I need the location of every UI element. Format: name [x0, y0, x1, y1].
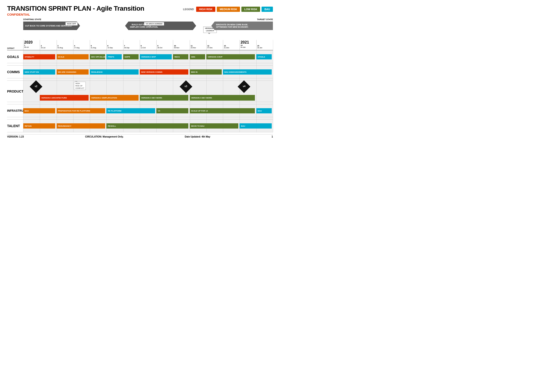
year-2021: 2021 [240, 40, 255, 44]
bar-infra-re: RE PLATFORM [106, 108, 155, 113]
comms-label: COMMS [7, 70, 20, 74]
sprint-header-row: 2020 1 06-Jul 2 20-Jul 3 03-Aug 4 17-A [23, 40, 273, 50]
bar-bed-in: BED IN [190, 69, 222, 75]
comms-row: NEW STUFF ENWE ARE CHANGINGRESILIENCENEW… [23, 66, 273, 78]
page-wrapper: TRANSITION SPRINT PLAN - Agile Transitio… [7, 5, 273, 138]
sprint-cell-15: 15 18-Jan [256, 40, 273, 50]
page-title: TRANSITION SPRINT PLAN - Agile Transitio… [7, 5, 144, 12]
sprint-cell-8: 8 12-Oct [140, 40, 156, 50]
sprint-date-8: 12-Oct [141, 47, 156, 49]
bar-v3mvp: VERSION 3 MVP [140, 54, 172, 59]
sprint-num-6: 6 [107, 45, 122, 47]
sprint-date-13: 21-Dec [224, 47, 239, 49]
plan-wrapper: STARTING STATE TARGET STATE CUT BACK TO … [7, 18, 273, 132]
bar-infra-bau2: BAU [256, 108, 272, 113]
bar-devops: DEV OPS BLUE GREEN [90, 54, 105, 59]
bar-infra-prep: PREPARATION FOR RE PLATFORM [57, 108, 105, 113]
sprint-num-4: 4 [74, 45, 89, 47]
bar-reskill: RESKILL [106, 123, 188, 128]
bar-move-bau: MOVE TO BAU [190, 123, 239, 128]
sprint-num-10: 10 [174, 45, 189, 47]
infra-row: BAUPREPARATION FOR RE PLATFORMRE PLATFOR… [23, 104, 273, 117]
talent-bars: RETAINREDUNDANCYRESKILLMOVE TO BAUBAU [23, 119, 273, 132]
sprint-num-11: 11 [191, 45, 206, 47]
diamond-label-v3: v3 [181, 85, 190, 88]
sprint-date-1: 06-Jul [24, 46, 39, 48]
sprint-num-7: 7 [124, 45, 139, 47]
v3-arch-text: V3 ARCH AGREED [146, 23, 162, 25]
product-bars: VERSION 3 ARCHITECTUREVERSION 2 SIMPLIFI… [23, 81, 273, 102]
sprint-num-12: 12 [207, 45, 222, 47]
talent-label: TALENT [7, 124, 20, 128]
state-banners: STARTING STATE TARGET STATE CUT BACK TO … [23, 18, 273, 39]
sprint-date-4: 17-Aug [74, 47, 89, 49]
bar-sms: SMS [190, 54, 205, 59]
kick-off-text: KICK OFF [67, 23, 76, 25]
goals-label: GOALS [7, 55, 19, 59]
year-2020: 2020 [24, 40, 39, 44]
legend-medium-risk: MEDIUM RISK [217, 7, 240, 12]
title-block: TRANSITION SPRINT PLAN - Agile Transitio… [7, 5, 144, 16]
sprint-num-15: 15 [257, 45, 272, 47]
sprint-num-5: 5 [91, 45, 106, 47]
bar-recs: RECS [173, 54, 188, 59]
sprint-date-6: 14-Sep [107, 47, 122, 49]
product-bar-v4-dev: VERSION 4 DEV WORK [190, 95, 255, 101]
sprint-cell-6: 6 14-Sep [106, 40, 123, 50]
sprint-num-2: 2 [41, 45, 56, 47]
page-number: 1 [271, 135, 273, 138]
bar-infra-v3: V3 [156, 108, 188, 113]
sprint-cell-4: 4 17-Aug [73, 40, 90, 50]
sprint-cell-1: 2020 1 06-Jul [23, 40, 40, 50]
sprint-cell-12: 12 07-Dec [206, 40, 223, 50]
product-bar-v2-simp: VERSION 2 SIMPLIFICATION [90, 95, 139, 101]
diamond-v4: v4 [240, 82, 249, 91]
bar-gdpr: GDPR [123, 54, 139, 59]
diamond-v2: v2 [31, 82, 40, 91]
sprint-date-7: 28-Sep [124, 47, 139, 49]
sprint-cell-2: 2 20-Jul [40, 40, 56, 50]
innovate-banner: INNOVATE ON NEW CORE BASE.OPTIMISED FOR … [211, 21, 273, 30]
legend-bau: BAU [261, 7, 273, 12]
sprint-cell-11: 11 23-Nov [190, 40, 206, 50]
footer: VERSION: 1.23 CIRCULATION: Management On… [7, 134, 273, 138]
innovate-text: INNOVATE ON NEW CORE BASE.OPTIMISED FOR … [216, 23, 249, 28]
bar-retain: RETAIN [23, 123, 55, 128]
product-spacer [23, 102, 273, 104]
legend-low-risk: LOW RISK [241, 7, 260, 12]
bar-new-stuff: NEW STUFF EN [23, 69, 55, 75]
header: TRANSITION SPRINT PLAN - Agile Transitio… [7, 5, 273, 16]
goals-row: STABILITYSCALEDEV OPS BLUE GREENPREFSGDP… [23, 50, 273, 63]
bar-infra-scale: SCALE UP FOR v4 [190, 108, 255, 113]
bar-stable: STABLE [256, 54, 272, 59]
sprint-date-12: 07-Dec [207, 47, 222, 49]
sprint-num-8: 8 [141, 45, 156, 47]
sprint-cell-7: 7 28-Sep [123, 40, 140, 50]
sprint-date-15: 18-Jan [257, 47, 272, 49]
version-label: VERSION: 1.23 [7, 135, 24, 138]
bar-infra-bau1: BAU [23, 108, 55, 113]
bar-we-are: WE ARE CHANGING [57, 69, 89, 75]
date-updated-label: Date Updated: 4th May [185, 135, 210, 138]
sprint-cell-9: 9 26-Oct [156, 40, 173, 50]
diamond-v3: v3 [181, 82, 190, 91]
comms-spacer [23, 78, 273, 81]
sprint-col-header: SPRINT [7, 47, 14, 49]
sprint-num-1: 1 [24, 44, 39, 46]
talent-row: RETAINREDUNDANCYRESKILLMOVE TO BAUBAU [23, 119, 273, 132]
product-bar-v3-dev: VERSION 3 DEV WORK [140, 95, 189, 101]
goals-spacer [23, 63, 273, 66]
sprint-num-9: 9 [157, 45, 172, 47]
legend-block: LEGEND HIGH RISK MEDIUM RISK LOW RISK BA… [183, 7, 273, 12]
bar-v4mvp: VERSION 4 MVP [206, 54, 255, 59]
diamond-label-v4: v4 [240, 85, 249, 88]
product-label: PRODUCT [7, 89, 23, 93]
target-state-label: TARGET STATE [257, 18, 273, 20]
kick-off-callout: KICK OFF [65, 22, 78, 28]
sprint-date-5: 31-Aug [91, 47, 106, 49]
infra-bars: BAUPREPARATION FOR RE PLATFORMRE PLATFOR… [23, 104, 273, 117]
sprint-cell-14: 2021 14 04-Jan [240, 40, 256, 50]
legend-high-risk: HIGH RISK [196, 7, 215, 12]
cut-back-text: CUT BACK TO CORE SYSTEMS AND SERVICES [25, 25, 71, 27]
product-callout: HIGH RISK OFCONFLICT [74, 82, 86, 90]
